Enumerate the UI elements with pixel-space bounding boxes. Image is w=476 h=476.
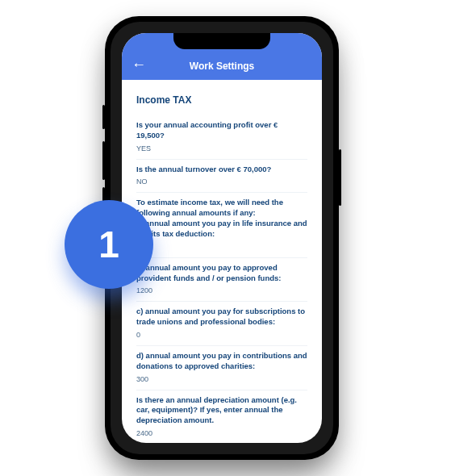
question-label: Is your annual accounting profit over € …: [136, 120, 307, 141]
answer-value: YES: [136, 144, 307, 152]
question-label: Is the annual turnover over € 70,000?: [136, 165, 307, 175]
content-area[interactable]: Income TAX Is your annual accounting pro…: [122, 80, 322, 443]
step-badge: 1: [65, 200, 153, 289]
question-label: To estimate income tax, we will need the…: [136, 198, 307, 239]
question-label: Is there an annual depreciation amount (…: [136, 395, 307, 426]
form-row[interactable]: Is there an annual depreciation amount (…: [136, 390, 307, 443]
form-row[interactable]: Is the annual turnover over € 70,000? NO: [136, 160, 307, 194]
page-title: Work Settings: [190, 61, 254, 72]
answer-value: 2400: [136, 429, 307, 437]
notch: [173, 33, 270, 49]
back-arrow-icon[interactable]: ←: [132, 57, 146, 72]
stage: ← Work Settings Income TAX Is your annua…: [0, 0, 476, 476]
volume-up-button: [102, 141, 105, 180]
form-row[interactable]: c) annual amount you pay for subscriptio…: [136, 302, 307, 346]
form-row[interactable]: To estimate income tax, we will need the…: [136, 193, 307, 257]
mute-switch: [102, 105, 105, 129]
section-title: Income TAX: [136, 94, 307, 106]
form-row[interactable]: b) annual amount you pay to approved pro…: [136, 258, 307, 303]
power-button: [339, 149, 341, 206]
answer-value: 300: [136, 375, 307, 383]
answer-value: 0: [136, 243, 307, 251]
form-row[interactable]: d) annual amount you pay in contribution…: [136, 346, 307, 390]
question-label: b) annual amount you pay to approved pro…: [136, 263, 307, 284]
question-label: d) annual amount you pay in contribution…: [136, 351, 307, 372]
question-label: c) annual amount you pay for subscriptio…: [136, 307, 307, 328]
form-row[interactable]: Is your annual accounting profit over € …: [136, 115, 307, 160]
answer-value: NO: [136, 177, 307, 186]
answer-value: 0: [136, 331, 307, 339]
answer-value: 1200: [136, 286, 307, 294]
step-number: 1: [98, 223, 119, 266]
